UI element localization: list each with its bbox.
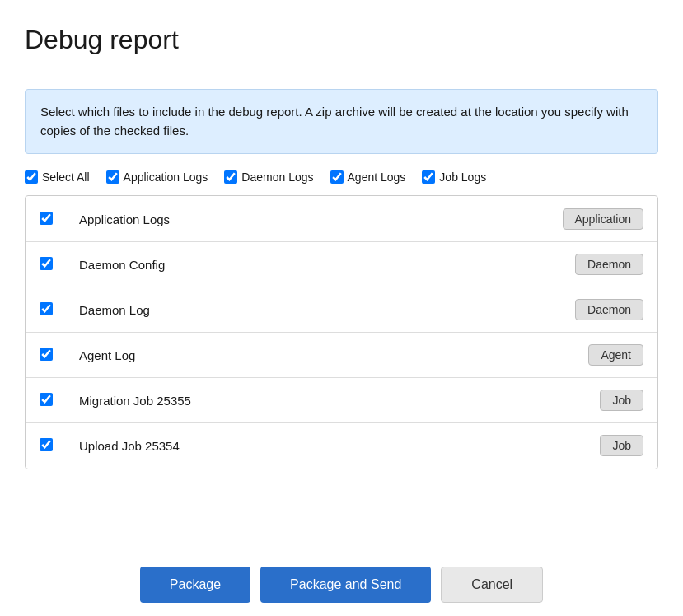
row-tag-badge: Job	[600, 435, 643, 456]
row-checkbox-0[interactable]	[40, 212, 53, 225]
package-send-button[interactable]: Package and Send	[260, 567, 431, 603]
row-label: Migration Job 25355	[66, 378, 550, 423]
table-row: Agent LogAgent	[26, 333, 657, 378]
row-checkbox-3[interactable]	[40, 348, 53, 361]
filter-row: Select AllApplication LogsDaemon LogsAge…	[25, 170, 658, 184]
table-row: Daemon LogDaemon	[26, 287, 657, 333]
filter-checkbox-filter-job-logs[interactable]	[422, 170, 435, 184]
table-wrapper[interactable]: Application LogsApplicationDaemon Config…	[25, 195, 658, 469]
filter-item-filter-select-all[interactable]: Select All	[25, 170, 90, 184]
filter-label-filter-select-all: Select All	[42, 170, 90, 184]
row-checkbox-1[interactable]	[40, 257, 53, 270]
filter-checkbox-filter-agent-logs[interactable]	[330, 170, 344, 184]
filter-label-filter-job-logs: Job Logs	[439, 170, 486, 184]
filter-label-filter-daemon-logs: Daemon Logs	[241, 170, 313, 184]
info-box: Select which files to include in the deb…	[25, 89, 658, 154]
table-row: Upload Job 25354Job	[26, 423, 657, 469]
filter-checkbox-filter-select-all[interactable]	[25, 170, 38, 184]
filter-checkbox-filter-app-logs[interactable]	[106, 170, 119, 184]
package-button[interactable]: Package	[140, 567, 250, 603]
row-tag-badge: Daemon	[575, 254, 643, 275]
row-label: Daemon Log	[66, 287, 550, 333]
table-body: Application LogsApplicationDaemon Config…	[26, 197, 657, 469]
filter-label-filter-agent-logs: Agent Logs	[348, 170, 406, 184]
filter-item-filter-daemon-logs[interactable]: Daemon Logs	[224, 170, 313, 184]
filter-item-filter-app-logs[interactable]: Application Logs	[106, 170, 208, 184]
row-checkbox-4[interactable]	[40, 393, 53, 406]
table-row: Application LogsApplication	[26, 197, 657, 242]
row-tag-badge: Daemon	[575, 299, 643, 320]
divider	[25, 72, 658, 72]
row-label: Application Logs	[66, 197, 550, 242]
row-checkbox-5[interactable]	[40, 438, 53, 451]
row-label: Upload Job 25354	[66, 423, 550, 469]
footer-buttons: Package Package and Send Cancel	[0, 553, 683, 616]
row-tag-badge: Application	[563, 208, 644, 230]
row-checkbox-2[interactable]	[40, 302, 53, 315]
cancel-button[interactable]: Cancel	[441, 567, 543, 603]
page-container: Debug report Select which files to inclu…	[0, 0, 683, 616]
items-table: Application LogsApplicationDaemon Config…	[26, 196, 657, 469]
filter-item-filter-job-logs[interactable]: Job Logs	[422, 170, 486, 184]
filter-item-filter-agent-logs[interactable]: Agent Logs	[330, 170, 406, 184]
info-box-text: Select which files to include in the deb…	[40, 105, 629, 138]
page-title: Debug report	[25, 25, 658, 55]
table-row: Daemon ConfigDaemon	[26, 242, 657, 287]
row-label: Daemon Config	[66, 242, 550, 287]
row-tag-badge: Job	[600, 390, 643, 411]
filter-checkbox-filter-daemon-logs[interactable]	[224, 170, 237, 184]
filter-label-filter-app-logs: Application Logs	[124, 170, 208, 184]
table-row: Migration Job 25355Job	[26, 378, 657, 423]
row-label: Agent Log	[66, 333, 550, 378]
row-tag-badge: Agent	[588, 344, 643, 366]
